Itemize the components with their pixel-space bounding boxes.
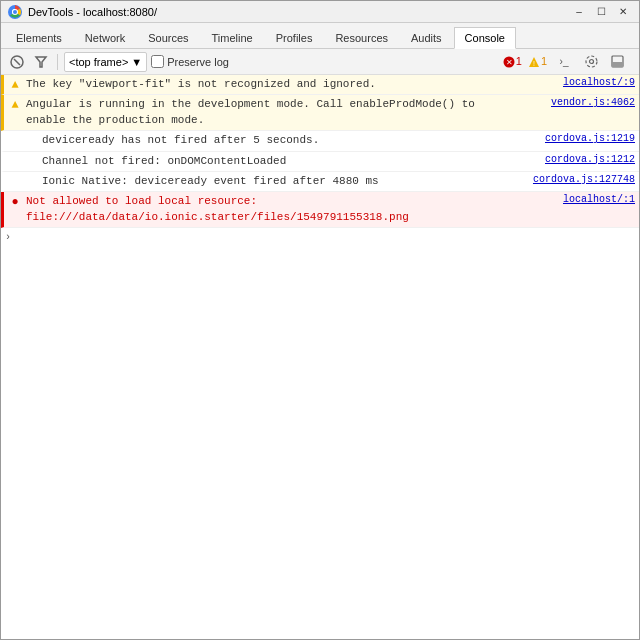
console-row: Ionic Native: deviceready event fired af… — [1, 172, 639, 192]
status-bar: ✕ 1 ! 1 ›_ — [497, 52, 633, 72]
frame-selector[interactable]: <top frame> ▼ — [64, 52, 147, 72]
minimize-button[interactable]: – — [569, 4, 589, 20]
close-button[interactable]: ✕ — [613, 4, 633, 20]
frame-label: <top frame> — [69, 56, 128, 68]
console-row: ▲ The key "viewport-fit" is not recogniz… — [1, 75, 639, 95]
spacer-icon — [8, 134, 22, 148]
console-message: The key "viewport-fit" is not recognized… — [26, 77, 555, 92]
filter-button[interactable] — [31, 52, 51, 72]
console-message: Angular is running in the development mo… — [26, 97, 543, 128]
spacer-icon — [8, 155, 22, 169]
tab-audits[interactable]: Audits — [400, 26, 453, 48]
tab-network[interactable]: Network — [74, 26, 136, 48]
console-message: Ionic Native: deviceready event fired af… — [26, 174, 525, 189]
console-message: Channel not fired: onDOMContentLoaded — [26, 154, 537, 169]
console-row: ▲ Angular is running in the development … — [1, 95, 639, 131]
title-bar: DevTools - localhost:8080/ – ☐ ✕ — [1, 1, 639, 23]
preserve-log-checkbox[interactable] — [151, 55, 164, 68]
error-circle-icon: ✕ — [503, 56, 515, 68]
tab-timeline[interactable]: Timeline — [201, 26, 264, 48]
tab-elements[interactable]: Elements — [5, 26, 73, 48]
source-link[interactable]: localhost/:9 — [563, 77, 635, 88]
window-controls: – ☐ ✕ — [569, 4, 633, 20]
preserve-log-text: Preserve log — [167, 56, 229, 68]
source-link[interactable]: cordova.js:127748 — [533, 174, 635, 185]
source-link[interactable]: vendor.js:4062 — [551, 97, 635, 108]
warning-count: ! 1 — [528, 55, 547, 68]
dock-icon — [611, 55, 624, 68]
console-input-row: › — [1, 228, 639, 246]
tab-sources[interactable]: Sources — [137, 26, 199, 48]
svg-line-5 — [14, 59, 20, 65]
svg-point-12 — [586, 56, 597, 67]
console-toolbar: <top frame> ▼ Preserve log ✕ 1 ! 1 ›_ — [1, 49, 639, 75]
maximize-button[interactable]: ☐ — [591, 4, 611, 20]
svg-point-11 — [589, 60, 593, 64]
gear-icon — [585, 55, 598, 68]
svg-rect-14 — [612, 62, 623, 67]
console-message: Not allowed to load local resource:file:… — [26, 194, 555, 225]
settings-button[interactable] — [581, 52, 601, 72]
filter-icon — [34, 55, 48, 69]
svg-point-3 — [13, 10, 17, 14]
tab-profiles[interactable]: Profiles — [265, 26, 324, 48]
source-link[interactable]: localhost/:1 — [563, 194, 635, 205]
console-message: deviceready has not fired after 5 second… — [26, 133, 537, 148]
svg-text:✕: ✕ — [505, 58, 512, 67]
tab-console[interactable]: Console — [454, 27, 516, 49]
dock-button[interactable] — [607, 52, 627, 72]
warning-icon: ▲ — [8, 98, 22, 112]
chrome-icon — [7, 4, 23, 20]
svg-marker-6 — [36, 57, 46, 67]
warning-triangle-icon: ! — [528, 56, 540, 68]
svg-text:!: ! — [533, 60, 535, 67]
console-output: ▲ The key "viewport-fit" is not recogniz… — [1, 75, 639, 639]
prompt-icon: › — [5, 232, 11, 243]
warning-icon: ▲ — [8, 78, 22, 92]
console-row: deviceready has not fired after 5 second… — [1, 131, 639, 151]
source-link[interactable]: cordova.js:1212 — [545, 154, 635, 165]
preserve-log-label[interactable]: Preserve log — [151, 55, 229, 68]
tab-resources[interactable]: Resources — [324, 26, 399, 48]
console-row: ● Not allowed to load local resource:fil… — [1, 192, 639, 228]
clear-icon — [10, 55, 24, 69]
clear-console-button[interactable] — [7, 52, 27, 72]
console-row: Channel not fired: onDOMContentLoaded co… — [1, 152, 639, 172]
window-title: DevTools - localhost:8080/ — [28, 6, 569, 18]
error-icon: ● — [8, 195, 22, 209]
toolbar-separator — [57, 54, 58, 70]
execute-button[interactable]: ›_ — [553, 52, 575, 72]
spacer-icon — [8, 175, 22, 189]
source-link[interactable]: cordova.js:1219 — [545, 133, 635, 144]
nav-tabs-bar: Elements Network Sources Timeline Profil… — [1, 23, 639, 49]
error-count: ✕ 1 — [503, 55, 522, 68]
frame-dropdown-icon: ▼ — [131, 56, 142, 68]
